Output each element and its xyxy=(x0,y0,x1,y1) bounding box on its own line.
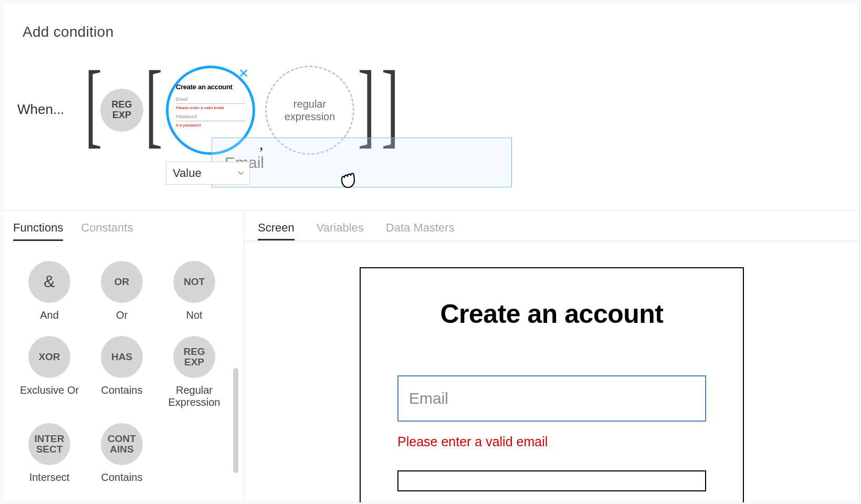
function-item[interactable]: CONT AINSContains xyxy=(86,423,158,484)
preview-card[interactable]: Create an account Email Please enter a v… xyxy=(360,267,744,502)
when-label: When... xyxy=(17,101,65,118)
function-label: Contains xyxy=(101,384,143,396)
function-item[interactable]: XORExclusive Or xyxy=(13,336,86,408)
preview-email-placeholder: Email xyxy=(409,390,448,407)
preview-area: Create an account Email Please enter a v… xyxy=(244,241,859,502)
selected-token-email-error: Please enter a valid email xyxy=(176,106,245,110)
preview-email-error: Please enter a valid email xyxy=(397,434,706,449)
regexp-placeholder-label: regular expression xyxy=(267,98,353,123)
preview-email-input[interactable]: Email xyxy=(397,375,706,422)
function-icon: HAS xyxy=(101,336,143,378)
function-label: Contains xyxy=(101,471,143,484)
functions-panel: Functions Constants &AndOROrNOTNotXORExc… xyxy=(2,211,244,502)
function-icon: INTER SECT xyxy=(28,423,70,465)
close-icon[interactable]: ✕ xyxy=(238,66,249,81)
selected-token-title: Create an account xyxy=(176,83,245,91)
chevron-down-icon xyxy=(238,171,244,175)
function-label: Regular Expression xyxy=(163,384,226,408)
function-label: Or xyxy=(116,309,128,321)
functions-grid: &AndOROrNOTNotXORExclusive OrHASContains… xyxy=(2,241,244,489)
condition-editor: Add condition When... [ [ REG EXP Create… xyxy=(1,1,860,503)
tab-screen[interactable]: Screen xyxy=(258,221,295,240)
bracket-inner-left: [ xyxy=(145,57,162,152)
value-dropdown-label: Value xyxy=(173,166,202,180)
expression-row: When... [ [ REG EXP Create an account Em… xyxy=(17,65,542,191)
right-tabs: Screen Variables Data Masters xyxy=(244,211,859,241)
function-item[interactable]: &And xyxy=(13,261,86,321)
function-icon: OR xyxy=(101,261,143,303)
grab-cursor-icon xyxy=(337,168,359,192)
function-icon: & xyxy=(28,261,70,303)
function-icon: REG EXP xyxy=(173,336,215,378)
preview-panel: Screen Variables Data Masters Create an … xyxy=(244,211,859,502)
bottom-panels: Functions Constants &AndOROrNOTNotXORExc… xyxy=(2,211,859,502)
function-icon: CONT AINS xyxy=(101,423,143,465)
page-title: Add condition xyxy=(23,24,838,40)
function-item[interactable]: INTER SECTIntersect xyxy=(13,423,86,484)
bracket-outer-left: [ xyxy=(85,57,102,152)
function-item[interactable]: REG EXPRegular Expression xyxy=(158,336,230,408)
function-label: Not xyxy=(186,309,202,321)
scrollbar-thumb[interactable] xyxy=(233,368,238,473)
selected-token-password-error: It a password xyxy=(176,123,245,128)
tab-constants[interactable]: Constants xyxy=(81,221,133,241)
function-icon: XOR xyxy=(28,336,70,378)
preview-password-input[interactable] xyxy=(397,470,706,491)
value-dropdown[interactable]: Value xyxy=(166,162,250,185)
preview-title: Create an account xyxy=(397,299,706,329)
selected-token-password: Password xyxy=(176,112,245,121)
function-item[interactable]: NOTNot xyxy=(158,261,230,321)
function-item[interactable]: HASContains xyxy=(86,336,158,408)
expression-builder: Add condition When... [ [ REG EXP Create… xyxy=(2,2,859,211)
regexp-token[interactable]: REG EXP xyxy=(100,89,143,132)
selected-token-email: Email xyxy=(176,95,245,104)
function-label: Intersect xyxy=(29,471,70,484)
function-item[interactable]: OROr xyxy=(86,261,158,321)
function-label: And xyxy=(40,309,59,321)
tab-variables[interactable]: Variables xyxy=(317,221,364,240)
tab-data-masters[interactable]: Data Masters xyxy=(386,221,455,240)
function-icon: NOT xyxy=(173,261,215,303)
function-label: Exclusive Or xyxy=(20,384,79,396)
tab-functions[interactable]: Functions xyxy=(13,221,63,241)
drag-ghost-box: Email xyxy=(212,138,512,187)
left-tabs: Functions Constants xyxy=(2,211,244,241)
